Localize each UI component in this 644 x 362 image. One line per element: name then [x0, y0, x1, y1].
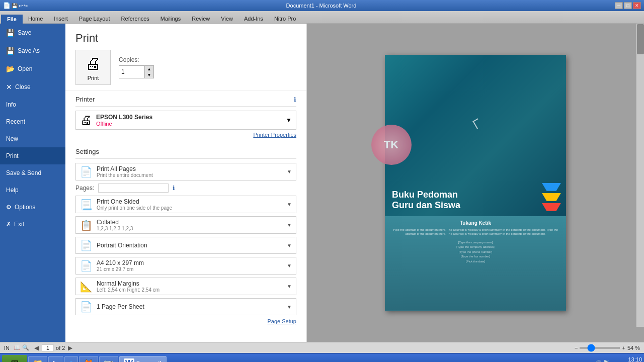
status-icons: 📖 🔍	[14, 344, 29, 351]
margins-icon: 📐	[80, 281, 93, 293]
pages-info-icon[interactable]: ℹ	[173, 185, 175, 192]
pages-per-sheet-text: 1 Page Per Sheet	[97, 303, 144, 310]
taskbar-btn-word[interactable]: W Document1	[119, 356, 167, 363]
pages-input[interactable]	[98, 184, 169, 193]
sidebar-item-info[interactable]: Info	[0, 96, 65, 113]
portrait-text: Portrait Orientation	[97, 242, 147, 249]
tab-view[interactable]: View	[215, 14, 238, 23]
portrait-arrow: ▼	[287, 243, 292, 248]
sidebar-item-save-send[interactable]: Save & Send	[0, 164, 65, 182]
taskbar-btn-media[interactable]: ▶	[48, 356, 63, 363]
save-icon: 💾	[6, 29, 15, 37]
taskbar-btn-ie[interactable]: e	[64, 356, 78, 363]
print-header: Print 🖨 Print Copies: ▲ ▼	[65, 24, 306, 90]
print-button[interactable]: 🖨 Print	[75, 50, 111, 85]
paper-size-setting[interactable]: 📄 A4 210 x 297 mm 21 cm x 29,7 cm ▼	[75, 257, 296, 275]
maximize-button[interactable]: □	[624, 2, 632, 9]
mouse-cursor	[472, 118, 482, 129]
printer-select-dropdown[interactable]: 🖨 EPSON L300 Series Offline ▼	[75, 111, 296, 130]
sidebar-item-recent[interactable]: Recent	[0, 113, 65, 130]
current-page-input[interactable]	[42, 344, 54, 351]
next-page-button[interactable]: ▶	[67, 344, 73, 351]
taskbar-btn-firefox[interactable]: 🦊	[79, 356, 98, 363]
paper-size-icon: 📄	[80, 260, 93, 272]
book-cover-top: Buku PedomanGuru dan Siswa	[385, 55, 566, 216]
sidebar-item-new[interactable]: New	[0, 130, 65, 147]
window-title: Document1 - Microsoft Word	[28, 3, 615, 9]
sidebar: 💾 Save 💾 Save As 📂 Open ✕ Close Info Rec…	[0, 24, 65, 342]
title-bar-app-icons: 📄 💾 ↩ ↪	[3, 2, 28, 9]
printer-section-title: Printer ℹ	[75, 96, 296, 103]
portrait-icon: 📄	[80, 239, 93, 251]
sidebar-item-open[interactable]: 📂 Open	[0, 60, 65, 78]
margins-left: 📐 Normal Margins Left: 2,54 cm Right: 2,…	[80, 280, 159, 293]
copies-input-wrap: ▲ ▼	[119, 65, 154, 78]
tab-insert[interactable]: Insert	[48, 14, 73, 23]
start-button[interactable]: ⊞	[2, 355, 27, 363]
tab-mailings[interactable]: Mailings	[155, 14, 186, 23]
copies-up-button[interactable]: ▲	[144, 66, 153, 72]
tab-nitro-pro[interactable]: Nitro Pro	[269, 14, 301, 23]
print-one-sided-setting[interactable]: 📃 Print One Sided Only print on one side…	[75, 196, 296, 213]
printer-properties-link[interactable]: Printer Properties	[75, 132, 296, 138]
printer-status: Offline	[96, 121, 152, 127]
scroll-thumb[interactable]	[637, 24, 644, 54]
normal-margins-setting[interactable]: 📐 Normal Margins Left: 2,54 cm Right: 2,…	[75, 278, 296, 295]
sidebar-item-save[interactable]: 💾 Save	[0, 24, 65, 42]
sidebar-open-label: Open	[18, 65, 32, 72]
zoom-out-button[interactable]: −	[575, 345, 578, 351]
tab-home[interactable]: Home	[23, 14, 48, 23]
tab-references[interactable]: References	[116, 14, 155, 23]
firefox-icon: 🦊	[84, 358, 94, 362]
sidebar-item-print[interactable]: Print	[0, 147, 65, 164]
word-icon: W	[124, 358, 134, 363]
minimize-button[interactable]: ─	[615, 2, 623, 9]
sidebar-save-label: Save	[18, 29, 31, 36]
portrait-left: 📄 Portrait Orientation	[80, 239, 147, 251]
book-logo	[542, 183, 561, 211]
tab-add-ins[interactable]: Add-Ins	[238, 14, 269, 23]
print-title: Print	[75, 32, 296, 45]
tab-file[interactable]: File	[1, 15, 23, 24]
taskbar-btn-files[interactable]: 📁	[28, 356, 47, 363]
sidebar-item-close[interactable]: ✕ Close	[0, 78, 65, 96]
sidebar-item-options[interactable]: ⚙ Options	[0, 199, 65, 216]
print-one-sided-icon: 📃	[80, 199, 93, 211]
paper-size-arrow: ▼	[287, 263, 292, 268]
pages-per-sheet-setting[interactable]: 📄 1 Page Per Sheet ▼	[75, 298, 296, 315]
page-separator: of 2	[56, 345, 65, 351]
printer-info-icon[interactable]: ℹ	[294, 96, 296, 103]
print-all-pages-setting[interactable]: 📄 Print All Pages Print the entire docum…	[75, 163, 296, 180]
ribbon: File Home Insert Page Layout References …	[0, 11, 644, 24]
sidebar-recent-label: Recent	[6, 118, 25, 125]
status-right: − + 54 %	[575, 345, 640, 351]
paper-size-text: A4 210 x 297 mm 21 cm x 29,7 cm	[97, 259, 144, 272]
sidebar-item-help[interactable]: Help	[0, 182, 65, 199]
files-icon: 📁	[33, 358, 43, 362]
collated-text: Collated 1,2,3 1,2,3 1,2,3	[97, 219, 133, 231]
copies-input[interactable]	[119, 67, 144, 76]
page-setup-link[interactable]: Page Setup	[75, 318, 296, 324]
settings-section: Settings 📄 Print All Pages Print the ent…	[65, 143, 306, 329]
preview-scrollbar[interactable]	[636, 24, 644, 327]
copies-down-button[interactable]: ▼	[144, 72, 153, 78]
tab-review[interactable]: Review	[186, 14, 215, 23]
save-as-icon: 💾	[6, 47, 15, 55]
book-title: Buku PedomanGuru dan Siswa	[392, 190, 460, 211]
portrait-orientation-setting[interactable]: 📄 Portrait Orientation ▼	[75, 237, 296, 254]
media-icon: ▶	[53, 358, 59, 362]
zoom-in-button[interactable]: +	[622, 345, 625, 351]
sidebar-item-save-as[interactable]: 💾 Save As	[0, 42, 65, 60]
zoom-slider[interactable]	[580, 347, 620, 349]
printer-section: Printer ℹ 🖨 EPSON L300 Series Offline ▼ …	[65, 90, 306, 143]
sidebar-item-exit[interactable]: ✗ Exit	[0, 216, 65, 233]
prev-page-button[interactable]: ◀	[33, 344, 40, 351]
taskbar-btn-app5[interactable]: 📷	[99, 356, 118, 363]
taskbar-right: 🔊 📡 13:10 07/11/2017	[595, 356, 642, 362]
sidebar-options-label: Options	[15, 204, 35, 211]
copies-spinner: ▲ ▼	[144, 66, 153, 78]
zoom-level: 54 %	[627, 345, 640, 351]
tab-page-layout[interactable]: Page Layout	[73, 14, 116, 23]
close-button[interactable]: ✕	[633, 2, 641, 9]
collated-setting[interactable]: 📋 Collated 1,2,3 1,2,3 1,2,3 ▼	[75, 216, 296, 234]
